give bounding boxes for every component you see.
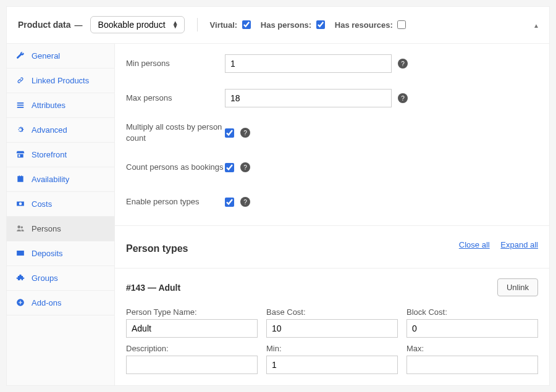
sidebar-item-addons[interactable]: Add-ons <box>7 291 114 315</box>
product-type-select[interactable]: Bookable product <box>90 16 185 33</box>
title-dash: — <box>75 20 83 30</box>
expand-all-link[interactable]: Expand all <box>500 240 538 249</box>
panel-title: Product data <box>18 20 71 30</box>
sidebar-item-costs[interactable]: Costs <box>7 192 114 217</box>
ptype-min-input[interactable] <box>266 356 398 374</box>
person-type-header: #143 — Adult Unlink <box>115 268 549 302</box>
sidebar-item-label: Groups <box>32 273 58 283</box>
users-icon <box>15 224 25 233</box>
virtual-checkbox[interactable] <box>242 20 251 29</box>
ptype-base-cost-input[interactable] <box>266 319 398 338</box>
store-icon <box>15 150 25 159</box>
has-persons-checkbox[interactable] <box>316 20 325 29</box>
multiply-costs-label: Multiply all costs by person count <box>126 122 225 144</box>
sidebar-item-general[interactable]: General <box>7 44 114 69</box>
ptype-desc-input[interactable] <box>126 356 258 374</box>
ptype-base-cost-label: Base Cost: <box>266 307 398 317</box>
ptype-name-input[interactable] <box>126 319 258 338</box>
header-separator <box>197 18 198 31</box>
sidebar-item-label: Storefront <box>32 150 67 159</box>
sidebar-item-linked[interactable]: Linked Products <box>7 69 114 93</box>
persons-content: Min persons ? Max persons ? Multiply all… <box>115 44 549 385</box>
count-bookings-label: Count persons as bookings <box>126 162 225 173</box>
min-persons-input[interactable] <box>225 54 392 73</box>
plus-icon <box>15 298 25 307</box>
sidebar-item-label: Persons <box>32 224 61 233</box>
has-persons-label: Has persons: <box>261 20 311 30</box>
unlink-button[interactable]: Unlink <box>497 278 538 296</box>
help-icon[interactable]: ? <box>398 93 408 103</box>
has-resources-checkbox[interactable] <box>397 20 406 29</box>
sidebar-item-label: Linked Products <box>32 76 89 85</box>
max-persons-input[interactable] <box>225 89 392 107</box>
ptype-desc-label: Description: <box>126 344 258 353</box>
has-resources-label: Has resources: <box>335 20 393 30</box>
sidebar-item-label: Add-ons <box>32 298 61 307</box>
list-icon <box>15 101 25 110</box>
min-persons-label: Min persons <box>126 58 225 69</box>
ptype-block-cost-label: Block Cost: <box>406 307 538 317</box>
max-persons-label: Max persons <box>126 93 225 104</box>
ptype-max-input[interactable] <box>406 356 538 374</box>
ptype-block-cost-input[interactable] <box>406 319 538 338</box>
puzzle-icon <box>15 273 25 283</box>
sidebar-item-label: Costs <box>32 199 52 209</box>
ptype-min-label: Min: <box>266 344 398 353</box>
enable-types-label: Enable person types <box>126 196 225 207</box>
person-type-title: #143 — Adult <box>126 283 180 293</box>
person-types-heading: Person types <box>126 243 188 254</box>
sidebar: General Linked Products Attributes Advan… <box>7 44 115 385</box>
link-icon <box>15 76 25 85</box>
card-icon <box>15 249 25 258</box>
count-bookings-checkbox[interactable] <box>225 163 234 172</box>
sidebar-item-persons[interactable]: Persons <box>7 217 114 241</box>
close-all-link[interactable]: Close all <box>459 240 490 249</box>
help-icon[interactable]: ? <box>240 128 250 138</box>
sidebar-item-advanced[interactable]: Advanced <box>7 118 114 143</box>
help-icon[interactable]: ? <box>240 162 250 172</box>
sidebar-item-deposits[interactable]: Deposits <box>7 241 114 266</box>
sidebar-item-storefront[interactable]: Storefront <box>7 143 114 167</box>
gear-icon <box>15 125 25 135</box>
ptype-max-label: Max: <box>406 344 538 353</box>
sidebar-item-label: Attributes <box>32 101 65 110</box>
calendar-icon <box>15 175 25 184</box>
money-icon <box>15 199 25 209</box>
sidebar-item-label: Availability <box>32 175 69 184</box>
product-data-panel: Product data — Bookable product ▲▼ Virtu… <box>6 6 550 386</box>
virtual-label: Virtual: <box>210 20 238 30</box>
help-icon[interactable]: ? <box>398 59 408 69</box>
wrench-icon <box>15 51 25 60</box>
panel-header: Product data — Bookable product ▲▼ Virtu… <box>7 7 549 44</box>
sidebar-item-label: General <box>32 51 60 60</box>
sidebar-item-availability[interactable]: Availability <box>7 167 114 192</box>
sidebar-item-attributes[interactable]: Attributes <box>7 93 114 118</box>
sidebar-item-label: Advanced <box>32 125 67 135</box>
sidebar-item-label: Deposits <box>32 249 63 258</box>
ptype-name-label: Person Type Name: <box>126 307 258 317</box>
collapse-panel-icon[interactable]: ▲ <box>533 22 539 28</box>
help-icon[interactable]: ? <box>240 197 250 207</box>
enable-types-checkbox[interactable] <box>225 198 234 207</box>
multiply-costs-checkbox[interactable] <box>225 128 234 138</box>
sidebar-item-groups[interactable]: Groups <box>7 266 114 291</box>
